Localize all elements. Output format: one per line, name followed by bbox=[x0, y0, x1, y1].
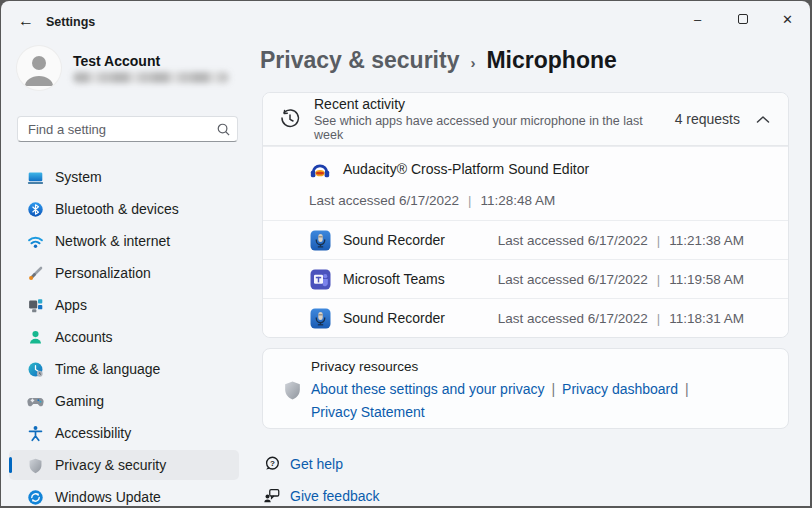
divider: | bbox=[685, 381, 689, 397]
history-icon bbox=[279, 108, 301, 130]
close-button[interactable]: ✕ bbox=[765, 1, 810, 37]
avatar[interactable] bbox=[17, 46, 61, 90]
maximize-icon bbox=[738, 14, 748, 24]
link-about-settings-privacy[interactable]: About these settings and your privacy bbox=[311, 381, 544, 397]
person-icon bbox=[17, 46, 61, 90]
back-button[interactable]: ← bbox=[13, 9, 39, 33]
sidebar-item-gaming[interactable]: Gaming bbox=[9, 386, 239, 416]
microsoft-teams-icon bbox=[309, 268, 331, 290]
accounts-icon bbox=[27, 329, 44, 346]
divider: | bbox=[657, 311, 660, 326]
window-title: Settings bbox=[46, 15, 95, 29]
recent-activity-titles: Recent activity See which apps have acce… bbox=[314, 96, 675, 142]
sidebar-item-privacy-security[interactable]: Privacy & security bbox=[9, 450, 239, 480]
access-time: 11:28:48 AM bbox=[481, 193, 556, 208]
sidebar-item-label: Network & internet bbox=[55, 233, 170, 249]
sidebar-item-label: Privacy & security bbox=[55, 457, 166, 473]
search-icon bbox=[215, 122, 237, 137]
activity-row-main: Audacity® Cross-Platform Sound Editor bbox=[309, 158, 744, 180]
sidebar-item-label: Accessibility bbox=[55, 425, 131, 441]
link-privacy-statement[interactable]: Privacy Statement bbox=[311, 404, 425, 420]
recent-activity-title: Recent activity bbox=[314, 96, 675, 112]
wifi-icon bbox=[27, 233, 44, 250]
access-date: Last accessed 6/17/2022 bbox=[498, 233, 648, 248]
back-icon: ← bbox=[18, 12, 34, 30]
app-name: Audacity® Cross-Platform Sound Editor bbox=[343, 161, 589, 177]
sidebar-item-label: Time & language bbox=[55, 361, 160, 377]
get-help-link[interactable]: ? Get help bbox=[262, 454, 343, 473]
recent-activity-summary: 4 requests bbox=[675, 111, 774, 127]
access-info: Last accessed 6/17/2022 | 11:18:31 AM bbox=[498, 311, 744, 326]
access-time: 11:18:31 AM bbox=[669, 311, 744, 326]
privacy-resources-title: Privacy resources bbox=[311, 359, 772, 374]
sidebar-item-label: Apps bbox=[55, 297, 87, 313]
app-name: Microsoft Teams bbox=[343, 271, 445, 287]
sidebar-item-bluetooth-devices[interactable]: Bluetooth & devices bbox=[9, 194, 239, 224]
privacy-resources-card: Privacy resources About these settings a… bbox=[262, 348, 789, 429]
divider: | bbox=[657, 233, 660, 248]
breadcrumb-parent[interactable]: Privacy & security bbox=[260, 47, 459, 74]
recent-activity-subtitle: See which apps have accessed your microp… bbox=[314, 114, 675, 142]
shield-icon bbox=[282, 379, 303, 401]
search-box bbox=[17, 116, 238, 142]
brush-icon bbox=[27, 265, 44, 282]
sidebar-item-label: Personalization bbox=[55, 265, 151, 281]
sidebar-item-label: Accounts bbox=[55, 329, 113, 345]
sidebar-item-windows-update[interactable]: Windows Update bbox=[9, 482, 239, 506]
access-date: Last accessed 6/17/2022 bbox=[309, 193, 459, 208]
sidebar-item-label: Gaming bbox=[55, 393, 104, 409]
search-input[interactable] bbox=[18, 122, 215, 137]
sidebar-item-time-language[interactable]: Time & language bbox=[9, 354, 239, 384]
window-controls: – ✕ bbox=[675, 1, 810, 37]
give-feedback-label: Give feedback bbox=[290, 488, 380, 504]
breadcrumb: Privacy & security › Microphone bbox=[260, 47, 617, 74]
divider: | bbox=[551, 381, 555, 397]
access-time: 11:19:58 AM bbox=[669, 272, 744, 287]
app-name: Sound Recorder bbox=[343, 310, 445, 326]
sidebar-item-accounts[interactable]: Accounts bbox=[9, 322, 239, 352]
sound-recorder-icon bbox=[309, 229, 331, 251]
shield-icon bbox=[27, 457, 44, 474]
app-name: Sound Recorder bbox=[343, 232, 445, 248]
activity-row: Sound Recorder Last accessed 6/17/2022 |… bbox=[263, 298, 788, 337]
sound-recorder-icon bbox=[309, 307, 331, 329]
requests-count: 4 requests bbox=[675, 111, 740, 127]
sidebar-item-apps[interactable]: Apps bbox=[9, 290, 239, 320]
sidebar-item-label: System bbox=[55, 169, 102, 185]
recent-activity-card: Recent activity See which apps have acce… bbox=[262, 92, 789, 338]
divider: | bbox=[468, 193, 471, 208]
breadcrumb-separator: › bbox=[470, 54, 475, 71]
help-icon: ? bbox=[262, 454, 281, 473]
sidebar-item-personalization[interactable]: Personalization bbox=[9, 258, 239, 288]
apps-icon bbox=[27, 297, 44, 314]
sidebar-item-network-internet[interactable]: Network & internet bbox=[9, 226, 239, 256]
sidebar-nav: System Bluetooth & devices Network & int… bbox=[9, 162, 239, 506]
chevron-up-icon[interactable] bbox=[756, 115, 770, 124]
sidebar-item-label: Bluetooth & devices bbox=[55, 201, 179, 217]
give-feedback-link[interactable]: Give feedback bbox=[262, 486, 380, 505]
access-date: Last accessed 6/17/2022 bbox=[498, 311, 648, 326]
link-privacy-dashboard[interactable]: Privacy dashboard bbox=[562, 381, 678, 397]
gamepad-icon bbox=[27, 393, 44, 410]
sidebar-item-accessibility[interactable]: Accessibility bbox=[9, 418, 239, 448]
sidebar-item-system[interactable]: System bbox=[9, 162, 239, 192]
minimize-button[interactable]: – bbox=[675, 1, 720, 37]
close-icon: ✕ bbox=[782, 12, 793, 27]
sidebar-item-label: Windows Update bbox=[55, 489, 161, 505]
access-time: 11:21:38 AM bbox=[669, 233, 744, 248]
access-info: Last accessed 6/17/2022 | 11:19:58 AM bbox=[498, 272, 744, 287]
clock-globe-icon bbox=[27, 361, 44, 378]
audacity-icon bbox=[309, 158, 331, 180]
divider: | bbox=[657, 272, 660, 287]
account-name: Test Account bbox=[73, 53, 160, 69]
feedback-icon bbox=[262, 486, 281, 505]
maximize-button[interactable] bbox=[720, 1, 765, 37]
activity-row: Audacity® Cross-Platform Sound Editor La… bbox=[263, 146, 788, 220]
settings-window: ← Settings – ✕ Test Account bbox=[1, 1, 810, 506]
recent-activity-expander[interactable]: Recent activity See which apps have acce… bbox=[263, 93, 788, 146]
account-email-redacted bbox=[73, 72, 229, 83]
titlebar: ← Settings – ✕ bbox=[1, 1, 810, 41]
access-date: Last accessed 6/17/2022 bbox=[498, 272, 648, 287]
page-title: Microphone bbox=[486, 47, 616, 74]
activity-row: Microsoft Teams Last accessed 6/17/2022 … bbox=[263, 259, 788, 298]
